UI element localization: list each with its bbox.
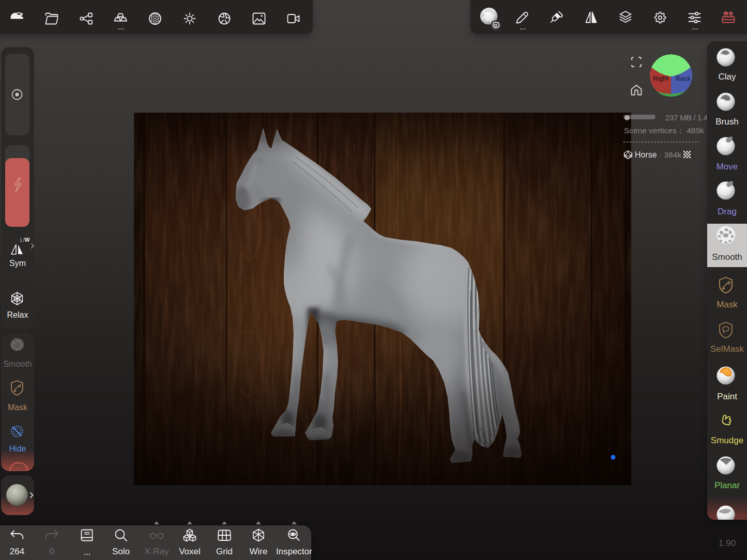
svg-text:L/W: L/W — [20, 237, 30, 243]
svg-text:Back: Back — [676, 74, 691, 83]
svg-text:Right: Right — [653, 74, 669, 83]
